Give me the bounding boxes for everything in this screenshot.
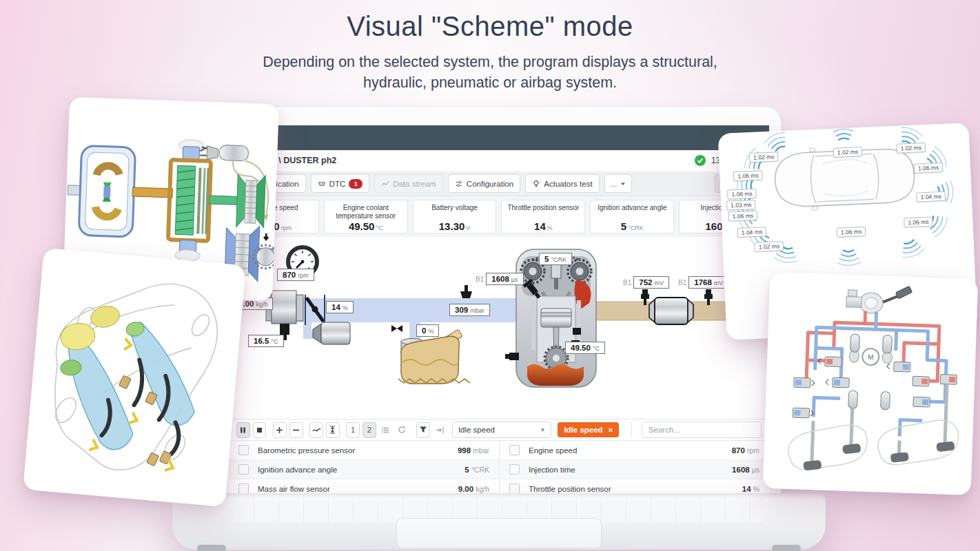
unit: °C [593,345,600,352]
unit: mbar [470,307,484,314]
dtc-connector-icon [318,180,326,188]
table-left-column: Barometric pressure sensor 998 mbar Igni… [229,441,499,501]
row-checkbox[interactable] [509,445,520,455]
sensor-card-coolant-temp[interactable]: Engine coolant temperature sensor 49.50°… [324,200,408,233]
sensor-time-label: 1.04 ms [917,191,946,202]
zoom-in-button[interactable] [273,422,287,438]
label-coolant-temp: 49.50°C [565,342,605,354]
filter-icon [419,426,427,434]
row-checkbox[interactable] [509,464,520,475]
tab-configuration[interactable]: Configuration [448,174,520,193]
sensor-title: Throttle position sensor [502,204,584,220]
sensor-time-label: 1.02 ms [897,143,926,154]
laptop-keyboard-deck [172,493,826,550]
chip-label: Idle speed [564,426,602,434]
search-input[interactable] [642,422,762,438]
page-1-button[interactable]: 1 [346,422,360,438]
sliders-icon [455,180,463,188]
pause-button[interactable] [236,422,250,438]
map-sensor-icon [460,285,472,298]
value: 14 [331,303,340,311]
sensor-value: 5 [621,220,626,232]
value: 752 [639,278,652,287]
sensor-time-label: 1.06 ms [837,227,866,238]
list-button[interactable] [379,422,393,438]
chip-close-icon[interactable]: × [609,426,613,434]
param-value: 1608 [732,466,750,474]
row-checkbox[interactable] [238,484,249,494]
smoothing-button[interactable] [309,422,323,438]
step-to-end-button[interactable] [433,422,447,438]
param-unit: °CRK [471,466,489,474]
bank-prefix: B1 [623,279,631,287]
sensor-card-battery-voltage[interactable]: Battery voltage 13.30V [413,200,497,233]
param-value: 5 [465,466,469,474]
table-row[interactable]: Engine speed 870 rpm [500,441,769,460]
laptop-foot-right [772,545,801,551]
param-name: Barometric pressure sensor [258,446,458,455]
airbag-system-diagram [23,248,246,507]
sensor-card-ignition-advance[interactable]: Ignition advance angle 5°CRK [590,200,674,233]
fuel-vapor-tank [398,329,470,384]
sensor-value: 49.50 [349,220,375,232]
engine-cutaway [505,249,596,387]
preset-dropdown[interactable]: Idle speed ▼ [452,422,552,438]
chevron-down-icon: ▼ [540,427,545,433]
bank-prefix: B1 [678,279,686,287]
param-value: 14 [742,485,751,493]
cvt-input-shaft [210,196,241,205]
chevron-down-icon [620,181,626,187]
engine-scheme-graphic [229,237,769,419]
zoom-out-button[interactable] [289,422,303,438]
row-checkbox[interactable] [238,445,249,455]
value: 870 [283,271,296,279]
trackpad [396,518,602,548]
row-checkbox[interactable] [238,464,249,475]
sensor-unit: V [466,225,470,231]
value: 5 [544,255,549,263]
tab-actuators-test[interactable]: Actuators test [525,174,599,193]
bulb-icon [532,180,540,188]
sensor-unit: rpm [281,225,292,231]
label-o2-upstream: B1 752mV [623,276,669,289]
tab-more-menu[interactable]: ... [604,174,633,193]
line-chart-icon [381,180,389,188]
sensor-card-throttle-position[interactable]: Throttle position sensor 14% [501,200,585,233]
filter-button[interactable] [416,422,430,438]
tab-label: DTC [329,180,346,188]
list-icon [382,426,389,434]
live-sensor-card-row: Engine speed 870rpm Engine coolant tempe… [229,196,769,237]
row-checkbox[interactable] [509,484,520,494]
sensor-title: Ignition advance angle [591,204,673,220]
param-name: Injection time [529,466,732,474]
sensor-value: 13.30 [439,220,465,232]
unit: °C [271,338,278,345]
tab-label: Actuators test [544,180,592,188]
purge-valve-icon [391,325,402,332]
value: 1768 [694,278,712,287]
param-value: 9.00 [458,485,473,493]
param-unit: % [753,485,759,493]
table-row[interactable]: Injection time 1608 µs [500,460,769,479]
marketing-slide: Visual "Scheme" mode Depending on the se… [0,0,980,551]
fit-vertical-button[interactable] [326,422,340,438]
tab-dtc[interactable]: DTC 1 [311,174,370,193]
table-row[interactable]: Barometric pressure sensor 998 mbar [229,441,499,460]
refresh-button[interactable] [395,422,409,438]
table-row[interactable]: Ignition advance angle 5 °CRK [229,460,499,479]
label-purge: 0% [416,324,439,337]
active-filter-chip[interactable]: Idle speed × [558,422,619,437]
car-body-outline [46,275,221,478]
page-2-button[interactable]: 2 [363,422,376,438]
unit: kg/h [256,301,267,308]
page-subtitle: Depending on the selected system, the pr… [0,52,980,93]
tab-data-stream[interactable]: Data stream [374,174,443,193]
unit: % [343,304,348,311]
check-circle-icon [695,155,706,166]
catalytic-converter [649,298,693,324]
label-o2-downstream: B1 1768mV [678,276,728,289]
page-title: Visual "Scheme" mode [0,11,980,42]
unit: °CRK [551,256,566,263]
param-unit: µs [752,466,759,474]
stop-button[interactable] [253,422,267,438]
